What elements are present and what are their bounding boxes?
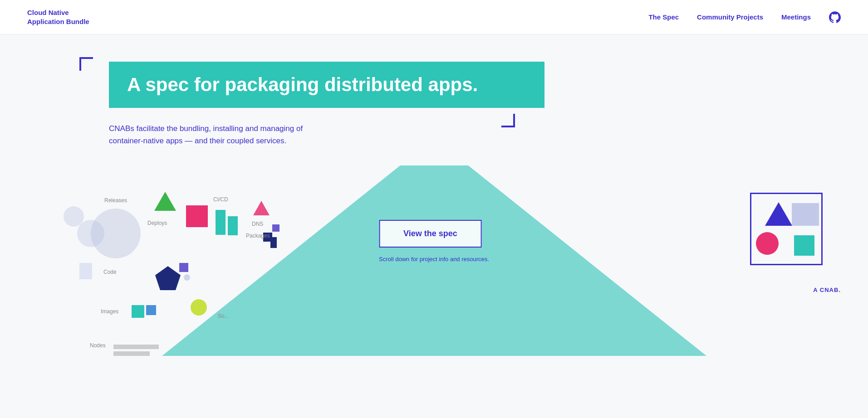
- circle-small-2: [64, 206, 84, 227]
- navbar: Cloud Native Application Bundle The Spec…: [0, 0, 868, 34]
- site-logo[interactable]: Cloud Native Application Bundle: [27, 8, 89, 26]
- cnab-frame: [750, 193, 823, 265]
- scroll-hint: Scroll down for project info and resourc…: [379, 256, 489, 262]
- rect-pink-1: [186, 205, 208, 227]
- rect-purple-1: [272, 224, 280, 232]
- rect-gray-bar1: [113, 345, 159, 349]
- cnab-triangle: [765, 202, 792, 226]
- cnab-illustration: A CNAB.: [750, 193, 841, 283]
- pentagon-navy: [154, 265, 181, 294]
- circle-tiny: [184, 274, 190, 281]
- label-packages: Packages: [246, 233, 270, 239]
- circle-yellow-green: [191, 299, 207, 316]
- label-dns: DNS: [252, 221, 263, 227]
- corner-decoration-br: [501, 114, 515, 127]
- nav-meetings[interactable]: Meetings: [781, 13, 811, 21]
- nav-links: The Spec Community Projects Meetings: [648, 11, 841, 23]
- rect-navy-2: [270, 237, 277, 248]
- rect-code-doc: [79, 263, 92, 279]
- github-icon[interactable]: [829, 11, 841, 23]
- label-code: Code: [103, 269, 117, 275]
- rect-purple-2: [179, 263, 188, 272]
- hero-subtitle: CNABs facilitate the bundling, installin…: [109, 122, 363, 147]
- circle-small-1: [77, 220, 104, 247]
- label-so: So...: [218, 313, 229, 319]
- label-cicd: CI/CD: [213, 196, 228, 203]
- label-deploys: Deploys: [147, 220, 167, 226]
- cnab-label: A CNAB.: [813, 287, 841, 293]
- svg-marker-0: [155, 266, 181, 290]
- rect-gray-bar2: [113, 351, 150, 356]
- nav-community-projects[interactable]: Community Projects: [697, 13, 763, 21]
- view-spec-button[interactable]: View the spec: [379, 220, 482, 248]
- cnab-circle: [756, 232, 779, 255]
- label-releases: Releases: [104, 197, 127, 204]
- tri-pink: [253, 201, 270, 215]
- tri-green: [154, 192, 176, 211]
- cnab-rect-teal: [794, 235, 814, 256]
- cnab-rect-lavender: [792, 203, 819, 226]
- hero-section: A spec for packaging distributed apps. C…: [0, 34, 868, 147]
- label-images: Images: [101, 308, 118, 315]
- nav-the-spec[interactable]: The Spec: [648, 13, 679, 21]
- label-nodes: Nodes: [90, 342, 106, 349]
- hero-headline: A spec for packaging distributed apps.: [127, 74, 526, 95]
- rect-teal-bar2: [228, 216, 238, 235]
- illustration-area: Releases Deploys CI/CD DNS Packages Code: [0, 165, 868, 356]
- rect-teal-img: [132, 305, 144, 318]
- cta-container: View the spec Scroll down for project in…: [379, 220, 489, 262]
- left-shape-cluster: Releases Deploys CI/CD DNS Packages Code: [0, 184, 254, 356]
- rect-teal-bar1: [216, 210, 226, 235]
- hero-banner: A spec for packaging distributed apps.: [109, 62, 544, 108]
- rect-blue-img: [146, 305, 156, 315]
- corner-decoration-tl: [79, 57, 93, 71]
